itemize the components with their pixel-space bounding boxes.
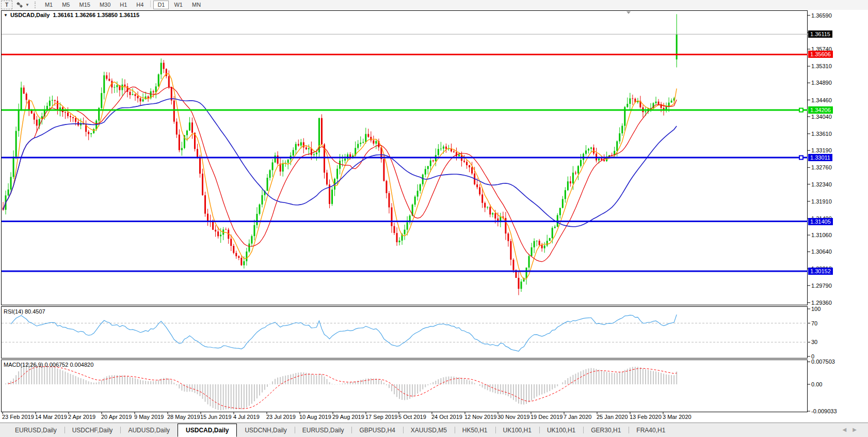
date-axis-label: 30 Nov 2019 <box>497 414 529 420</box>
price-axis-tick-label: 1.32760 <box>811 164 832 170</box>
chart-tab-uk100-h1[interactable]: UK100,H1 <box>539 423 583 437</box>
tab-scroll-right-icon[interactable]: ▶ <box>853 427 863 432</box>
date-axis-label: 9 May 2019 <box>134 414 164 420</box>
price-line-label: 1.34206 <box>808 106 833 114</box>
timeframe-button-H1[interactable]: H1 <box>116 1 131 9</box>
price-line-label: 1.30152 <box>808 268 833 275</box>
chart-tab-uk100-h1[interactable]: UK100,H1 <box>495 423 539 437</box>
chart-tab-fra40-h1[interactable]: FRA40,H1 <box>629 423 673 437</box>
rsi-panel[interactable] <box>1 306 808 358</box>
date-axis-label: 7 Jan 2020 <box>564 414 591 420</box>
top-toolbar: T ▼ M1M5M15M30H1H4D1W1MN <box>0 0 868 10</box>
chart-title: ▼USDCAD,Daily 1.36161 1.36266 1.35850 1.… <box>4 12 139 18</box>
chart-tab-xauusd-m5[interactable]: XAUUSD,M5 <box>403 423 455 437</box>
timeframe-buttons: M1M5M15M30H1H4D1W1MN <box>40 1 205 9</box>
chart-menu-arrow-icon[interactable]: ▼ <box>4 13 8 18</box>
timeframe-button-MN[interactable]: MN <box>188 1 205 9</box>
date-axis-label: 13 Feb 2020 <box>630 414 662 420</box>
toolbar-separator <box>150 1 151 7</box>
draw-objects-icon[interactable]: ▼ <box>14 1 30 9</box>
chart-ohlc-quotes: 1.36161 1.36266 1.35850 1.36115 <box>53 12 139 18</box>
chart-tab-bar: EURUSD,DailyUSDCHF,DailyAUDUSD,DailyUSDC… <box>0 423 868 437</box>
date-axis-label: 14 Mar 2019 <box>35 414 67 420</box>
dropdown-caret-icon[interactable]: ▼ <box>25 3 29 7</box>
price-axis-tick-label: 1.30640 <box>811 248 832 255</box>
date-axis-label: 23 Jul 2019 <box>266 414 296 420</box>
date-axis-label: 2 Apr 2019 <box>68 414 95 420</box>
mt4-window: T ▼ M1M5M15M30H1H4D1W1MN ▼USDCAD,Daily 1… <box>0 0 868 437</box>
timeframe-button-H4[interactable]: H4 <box>132 1 148 9</box>
price-axis-tick-label: 1.34460 <box>811 97 832 103</box>
diamond-arrows-icon <box>15 2 24 9</box>
macd-axis-label: 0.007503 <box>811 358 835 365</box>
chart-tab-usdcnh-daily[interactable]: USDCNH,Daily <box>237 423 294 437</box>
chart-tab-audusd-daily[interactable]: AUDUSD,Daily <box>120 423 178 437</box>
chart-tab-usdchf-daily[interactable]: USDCHF,Daily <box>65 423 121 437</box>
price-axis-tick-label: 1.36590 <box>811 12 832 19</box>
price-chart-panel[interactable] <box>1 10 808 305</box>
timeframe-button-D1[interactable]: D1 <box>153 1 169 9</box>
price-axis-tick-label: 1.33190 <box>811 147 832 153</box>
chart-tab-eurusd-daily[interactable]: EURUSD,Daily <box>7 423 65 437</box>
current-price-label: 1.36115 <box>808 30 832 38</box>
date-axis-label: 17 Sep 2019 <box>365 414 397 420</box>
date-axis-label: 20 Apr 2019 <box>101 414 132 420</box>
date-axis-label: 29 Aug 2019 <box>332 414 364 420</box>
rsi-axis-label: 30 <box>811 339 817 345</box>
price-axis-tick-label: 1.33610 <box>811 131 832 137</box>
toolbar-grip <box>35 2 37 8</box>
date-axis-label: 3 Mar 2020 <box>663 414 692 420</box>
macd-label: MACD(12,26,9) 0.006752 0.004820 <box>4 362 93 368</box>
date-axis-label: 24 Oct 2019 <box>431 414 462 420</box>
timeframe-button-M15[interactable]: M15 <box>75 1 94 9</box>
date-axis-label: 5 Oct 2019 <box>398 414 426 420</box>
date-axis-label: 23 Feb 2019 <box>2 414 34 420</box>
timeframe-button-W1[interactable]: W1 <box>170 1 187 9</box>
price-axis-tick-label: 1.29790 <box>811 283 832 289</box>
timeframe-button-M1[interactable]: M1 <box>41 1 57 9</box>
price-line-label: 1.35606 <box>808 51 833 58</box>
rsi-axis-label: 100 <box>811 306 821 312</box>
chart-symbol-label: USDCAD,Daily <box>10 12 50 18</box>
date-axis-label: 15 Jun 2019 <box>200 414 232 420</box>
price-line-label: 1.31405 <box>808 218 833 225</box>
date-axis-label: 10 Aug 2019 <box>299 414 331 420</box>
tab-scroll-left-icon[interactable]: ◀ <box>843 427 853 432</box>
price-axis-tick-label: 1.31060 <box>811 232 832 238</box>
chart-tab-eurusd-daily[interactable]: EURUSD,Daily <box>295 423 352 437</box>
date-axis-label: 12 Nov 2019 <box>464 414 496 420</box>
timeframe-button-M30[interactable]: M30 <box>95 1 115 9</box>
macd-axis-label: -0.009033 <box>811 408 837 414</box>
chart-tab-usdcad-daily[interactable]: USDCAD,Daily <box>178 424 237 437</box>
tab-scroll-arrows: ◀▶ <box>843 427 863 432</box>
chart-tab-ger30-h1[interactable]: GER30,H1 <box>583 423 629 437</box>
date-axis-label: 4 Jul 2019 <box>233 414 260 420</box>
date-axis-label: 25 Jan 2020 <box>597 414 628 420</box>
price-axis-tick-label: 1.29360 <box>811 300 832 306</box>
price-line-label: 1.33011 <box>808 154 832 161</box>
timeframe-button-M5[interactable]: M5 <box>58 1 74 9</box>
rsi-label: RSI(14) 80.4507 <box>4 308 45 315</box>
text-tool-icon[interactable]: T <box>1 1 12 9</box>
price-axis-tick-label: 1.34890 <box>811 80 832 86</box>
price-axis-tick-label: 1.32340 <box>811 181 832 188</box>
rsi-axis-label: 70 <box>811 320 817 326</box>
price-axis-tick-label: 1.35310 <box>811 63 832 69</box>
chart-tab-gbpusd-h4[interactable]: GBPUSD,H4 <box>351 423 403 437</box>
price-axis-tick-label: 1.31910 <box>811 198 832 205</box>
macd-panel[interactable] <box>1 360 808 412</box>
date-axis-label: 28 May 2019 <box>167 414 200 420</box>
price-axis-tick-label: 1.34040 <box>811 114 832 120</box>
chart-tab-hk50-h1[interactable]: HK50,H1 <box>455 423 495 437</box>
date-axis-label: 19 Dec 2019 <box>531 414 562 420</box>
macd-axis-label: 0.00 <box>811 381 822 387</box>
